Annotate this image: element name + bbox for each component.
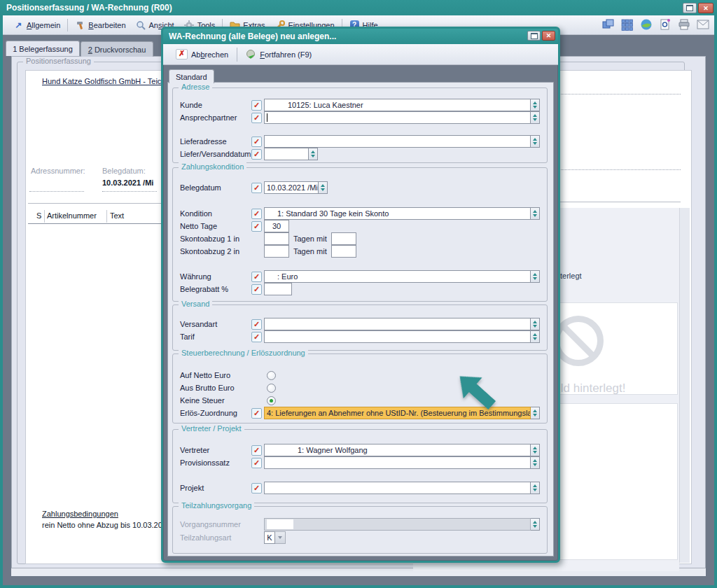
check-icon[interactable]: ✓ bbox=[251, 483, 262, 493]
close-button[interactable]: ✕ bbox=[698, 3, 713, 13]
check-icon[interactable]: ✓ bbox=[251, 458, 262, 468]
provisionssatz-input[interactable] bbox=[264, 456, 531, 469]
magnifier-icon bbox=[136, 20, 146, 30]
adresse-group: Adresse Kunde ✓ 10125: Luca Kaestner Ans… bbox=[172, 88, 548, 163]
spinner[interactable] bbox=[531, 482, 540, 494]
netto-tage-input[interactable]: 30 bbox=[264, 220, 289, 232]
restore-button[interactable] bbox=[683, 3, 697, 13]
belegdatum-label: Belegdatum: bbox=[102, 167, 146, 175]
dialog-close-button[interactable]: ✕ bbox=[542, 31, 555, 41]
vorgangsnummer-input bbox=[264, 518, 531, 531]
spinner[interactable] bbox=[531, 444, 540, 456]
radio-aus-brutto-label: Aus Brutto Euro bbox=[180, 384, 251, 392]
kondition-label: Kondition bbox=[180, 209, 251, 218]
spinner[interactable] bbox=[319, 181, 328, 194]
kunde-input[interactable]: 10125: Luca Kaestner bbox=[264, 99, 531, 111]
no-image-text: ild hinterlegt! bbox=[558, 382, 625, 396]
check-icon[interactable]: ✓ bbox=[251, 100, 262, 111]
check-icon[interactable]: ✓ bbox=[251, 149, 262, 160]
document-icon[interactable] bbox=[658, 18, 672, 31]
radio-keine-steuer-label: Keine Steuer bbox=[180, 396, 251, 405]
check-icon[interactable]: ✓ bbox=[251, 183, 262, 193]
text-caret bbox=[267, 113, 267, 122]
skonto1-prozent-input[interactable] bbox=[331, 232, 356, 245]
kondition-input[interactable]: 1: Standard 30 Tage kein Skonto bbox=[264, 207, 531, 220]
projekt-input[interactable] bbox=[264, 482, 531, 494]
abbrechen-button[interactable]: ✗ Abbrechen bbox=[170, 47, 234, 62]
waehrung-label: Währung bbox=[180, 272, 251, 281]
check-icon[interactable]: ✓ bbox=[251, 445, 262, 456]
tagen-mit-label: Tagen mit bbox=[289, 234, 331, 243]
erloes-label: Erlös-Zuordnung bbox=[180, 409, 251, 417]
spinner[interactable] bbox=[531, 407, 540, 419]
spinner bbox=[531, 518, 540, 531]
lieferdatum-input[interactable] bbox=[264, 148, 309, 160]
check-icon[interactable]: ✓ bbox=[251, 113, 262, 123]
globe-icon[interactable] bbox=[639, 18, 653, 31]
vorgangsnummer-label: Vorgangsnummer bbox=[180, 520, 251, 528]
tab-druckvorschau[interactable]: 2 Druckvorschau bbox=[81, 41, 153, 57]
dialog-titlebar: WA-Rechnung (alle Belege) neu anlegen...… bbox=[163, 29, 558, 44]
printer-icon[interactable] bbox=[677, 18, 691, 31]
spinner[interactable] bbox=[531, 270, 540, 283]
radio-auf-netto[interactable] bbox=[267, 371, 276, 380]
restore-icon bbox=[686, 5, 693, 11]
lieferadresse-label: Lieferadresse bbox=[180, 137, 251, 146]
spinner[interactable] bbox=[531, 456, 540, 469]
skonto2-prozent-input[interactable] bbox=[331, 245, 356, 258]
cancel-icon: ✗ bbox=[176, 49, 188, 59]
tab-belegerfassung[interactable]: 1 Belegerfassung bbox=[6, 41, 80, 56]
arrow-ne-icon: ↗ bbox=[13, 20, 24, 30]
check-icon[interactable]: ✓ bbox=[251, 272, 262, 282]
top-toolbar bbox=[601, 18, 710, 31]
group-title: Positionserfassung bbox=[23, 57, 94, 65]
versandart-input[interactable] bbox=[264, 318, 531, 330]
spinner[interactable] bbox=[531, 207, 540, 220]
scrollbar[interactable] bbox=[679, 208, 690, 563]
menu-bearbeiten[interactable]: Bearbeiten bbox=[70, 18, 130, 32]
belegrabatt-input[interactable] bbox=[264, 283, 292, 295]
waehrung-input[interactable]: : Euro bbox=[264, 270, 531, 283]
tab-standard[interactable]: Standard bbox=[169, 69, 214, 83]
spinner[interactable] bbox=[531, 111, 540, 124]
teilzahlungsart-input: K bbox=[264, 531, 275, 544]
skonto2-tage-input[interactable] bbox=[264, 245, 289, 258]
teilzahlung-group: Teilzahlungsvorgang Vorgangsnummer Teilz… bbox=[172, 506, 548, 554]
radio-keine-steuer[interactable] bbox=[267, 396, 276, 405]
fortfahren-button[interactable]: Fortfahren (F9) bbox=[240, 47, 317, 62]
skonto1-label: Skontoabzug 1 in bbox=[180, 234, 251, 243]
spinner[interactable] bbox=[309, 148, 318, 160]
versand-group: Versand Versandart ✓ Tarif ✓ bbox=[172, 304, 548, 351]
spinner[interactable] bbox=[531, 330, 540, 343]
radio-aus-brutto[interactable] bbox=[267, 384, 276, 393]
spinner[interactable] bbox=[531, 135, 540, 148]
mail-icon[interactable] bbox=[696, 18, 710, 31]
check-icon[interactable]: ✓ bbox=[251, 284, 262, 295]
col-header-s[interactable]: S bbox=[36, 211, 41, 220]
vertreter-input[interactable]: 1: Wagner Wolfgang bbox=[264, 444, 531, 456]
col-header-text[interactable]: Text bbox=[110, 211, 124, 220]
lieferadresse-input[interactable] bbox=[264, 135, 531, 148]
dialog-form-panel: Adresse Kunde ✓ 10125: Luca Kaestner Ans… bbox=[167, 82, 554, 556]
dialog-restore-button[interactable] bbox=[527, 31, 541, 41]
belegdatum-input[interactable]: 10.03.2021 /Mi bbox=[264, 181, 319, 194]
col-header-artikelnummer[interactable]: Artikelnummer bbox=[47, 211, 97, 220]
ansprechpartner-input[interactable] bbox=[264, 111, 531, 124]
check-icon[interactable]: ✓ bbox=[251, 221, 262, 232]
app-window: Positionserfassung / WA-Rechnung (R00) ✕… bbox=[0, 0, 717, 588]
spinner[interactable] bbox=[531, 318, 540, 330]
check-icon[interactable]: ✓ bbox=[251, 319, 262, 330]
windows-icon[interactable] bbox=[601, 18, 615, 31]
grid-icon[interactable] bbox=[620, 18, 634, 31]
erloes-input[interactable]: 4: Lieferungen an Abnehmer ohne UStID-Nr… bbox=[264, 407, 531, 419]
main-titlebar: Positionserfassung / WA-Rechnung (R00) ✕ bbox=[0, 0, 717, 15]
menu-allgemein[interactable]: ↗ Allgemein bbox=[8, 18, 65, 32]
check-icon[interactable]: ✓ bbox=[251, 209, 262, 219]
check-icon[interactable]: ✓ bbox=[251, 136, 262, 147]
check-icon[interactable]: ✓ bbox=[251, 408, 262, 419]
adressnummer-label: Adressnummer: bbox=[31, 167, 85, 175]
check-icon[interactable]: ✓ bbox=[251, 332, 262, 342]
skonto1-tage-input[interactable] bbox=[264, 232, 289, 245]
tarif-input[interactable] bbox=[264, 330, 531, 343]
spinner[interactable] bbox=[531, 99, 540, 111]
